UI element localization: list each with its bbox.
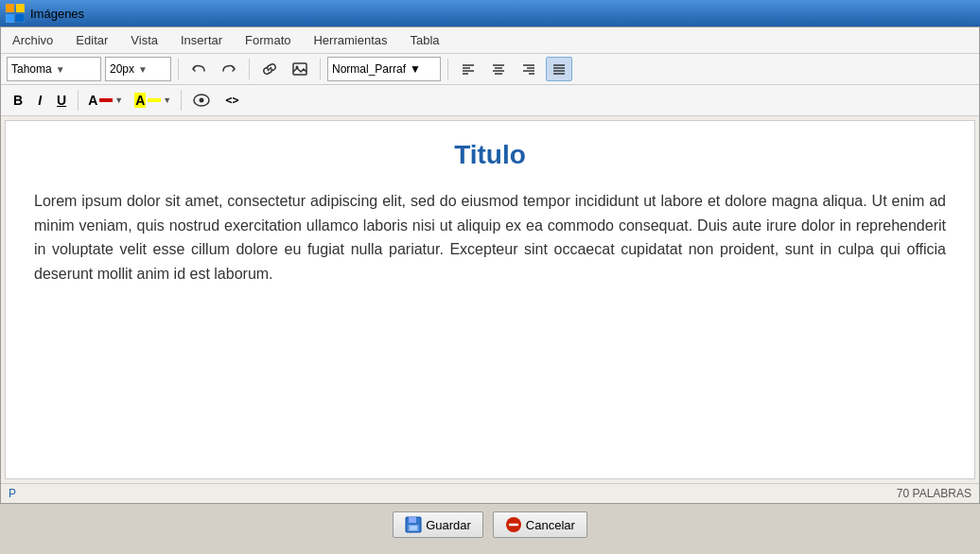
align-center-button[interactable]: [485, 57, 512, 81]
menubar: Archivo Editar Vista Insertar Formato He…: [1, 27, 979, 54]
save-button[interactable]: Guardar: [393, 511, 483, 538]
redo-button[interactable]: [216, 57, 242, 81]
toolbar1: Tahoma ▼ 20px ▼ Normal_Parraf ▼: [1, 54, 979, 85]
bottombar: Guardar Cancelar: [0, 504, 980, 545]
cancel-button[interactable]: Cancelar: [493, 511, 587, 538]
svg-rect-3: [16, 14, 25, 23]
menu-editar[interactable]: Editar: [72, 31, 112, 49]
svg-rect-29: [410, 526, 417, 530]
menu-insertar[interactable]: Insertar: [177, 31, 226, 49]
menu-formato[interactable]: Formato: [241, 31, 294, 49]
divider4: [447, 59, 448, 79]
menu-archivo[interactable]: Archivo: [9, 31, 57, 49]
app-icon: [6, 4, 25, 23]
fontcolor-swatch: [99, 98, 113, 102]
statusbar: P 70 PALABRAS: [1, 483, 979, 503]
svg-point-25: [200, 98, 204, 103]
save-label: Guardar: [426, 518, 471, 532]
code-button[interactable]: <>: [219, 88, 245, 113]
divider6: [181, 90, 182, 111]
paragraph-indicator: P: [9, 487, 16, 500]
highlight-label: A: [134, 93, 146, 108]
toolbar2: B I U A ▼ A ▼ <>: [1, 85, 979, 116]
save-icon: [405, 516, 422, 533]
highlight-button[interactable]: A ▼: [130, 88, 176, 113]
editor-container: Archivo Editar Vista Insertar Formato He…: [0, 26, 980, 504]
divider1: [178, 59, 179, 79]
menu-tabla[interactable]: Tabla: [407, 31, 444, 49]
divider3: [320, 59, 321, 79]
link-button[interactable]: [256, 57, 283, 81]
style-dropdown-arrow: ▼: [410, 62, 421, 76]
font-size: 20px: [110, 62, 134, 76]
bold-button[interactable]: B: [7, 88, 29, 113]
highlight-swatch: [148, 98, 161, 102]
align-right-button[interactable]: [516, 57, 542, 81]
highlight-arrow: ▼: [163, 95, 171, 105]
cancel-label: Cancelar: [526, 518, 575, 532]
image-button[interactable]: [287, 57, 313, 81]
font-dropdown-arrow: ▼: [56, 64, 65, 75]
align-left-button[interactable]: [455, 57, 481, 81]
font-selector[interactable]: Tahoma ▼: [7, 57, 101, 81]
divider2: [249, 59, 250, 79]
svg-rect-1: [16, 4, 25, 12]
size-selector[interactable]: 20px ▼: [105, 57, 171, 81]
svg-rect-0: [6, 4, 14, 12]
titlebar-text: Imágenes: [30, 7, 84, 21]
cancel-icon: [505, 516, 522, 533]
menu-herramientas[interactable]: Herramientas: [309, 31, 391, 49]
underline-button[interactable]: U: [50, 88, 73, 113]
style-selector[interactable]: Normal_Parraf ▼: [327, 57, 441, 81]
divider5: [78, 90, 79, 111]
word-count: 70 PALABRAS: [897, 487, 971, 500]
svg-rect-27: [409, 517, 416, 523]
italic-button[interactable]: I: [31, 88, 48, 113]
preview-button[interactable]: [186, 88, 217, 113]
undo-button[interactable]: [185, 57, 212, 81]
menu-vista[interactable]: Vista: [127, 31, 162, 49]
svg-rect-2: [6, 14, 14, 23]
fontcolor-label: A: [88, 93, 97, 108]
fontcolor-arrow: ▼: [114, 95, 123, 105]
fontcolor-button[interactable]: A ▼: [83, 88, 128, 113]
align-justify-button[interactable]: [546, 57, 572, 81]
size-dropdown-arrow: ▼: [138, 64, 148, 75]
content-title: Titulo: [34, 140, 946, 170]
style-name: Normal_Parraf: [332, 62, 406, 76]
font-name: Tahoma: [11, 62, 52, 76]
editor-body[interactable]: Titulo Lorem ipsum dolor sit amet, conse…: [5, 120, 975, 479]
content-body[interactable]: Lorem ipsum dolor sit amet, consectetur …: [34, 189, 946, 286]
titlebar: Imágenes: [0, 0, 980, 26]
